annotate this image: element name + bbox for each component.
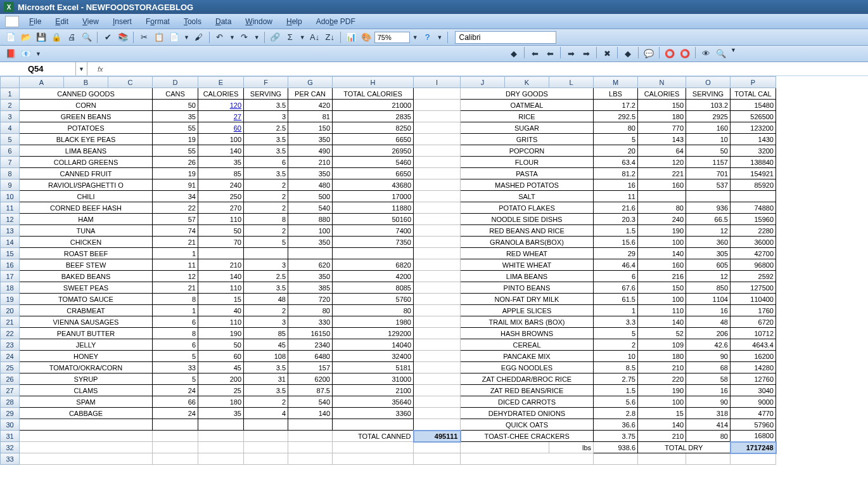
cell[interactable]: 150 [638,282,686,294]
cell[interactable]: 35 [198,157,244,168]
open-icon[interactable]: 📂 [19,30,33,44]
cell[interactable]: 140 [638,248,686,259]
row-header[interactable]: 26 [1,373,20,385]
row-header[interactable]: 7 [1,157,20,168]
remove-arrows-icon[interactable]: ✖ [600,47,614,61]
cell[interactable]: RED WHEAT [461,248,594,259]
cell[interactable]: 16 [594,179,638,191]
col-header[interactable]: M [594,77,638,88]
cell[interactable] [414,168,461,179]
permission-icon[interactable]: 🔒 [49,30,63,44]
cell[interactable]: 350 [288,168,333,179]
cell[interactable]: 3 [244,316,288,328]
cell[interactable]: ROAST BEEF [20,248,153,259]
row-header[interactable]: 9 [1,179,20,191]
cell[interactable]: CANNED FRUIT [20,168,153,179]
cell[interactable]: CALORIES [638,88,686,100]
trace-precedents-icon[interactable]: ⬅ [528,47,542,61]
cell[interactable]: LIMA BEANS [461,271,594,282]
cell[interactable] [20,453,153,465]
cell[interactable]: 720 [288,294,333,305]
cell[interactable]: 12 [153,271,198,282]
chart-wizard-icon[interactable]: 📊 [344,30,358,44]
menu-help[interactable]: Help [280,16,309,27]
cell[interactable] [414,294,461,305]
cell[interactable] [414,111,461,122]
cell[interactable] [333,442,414,453]
cell[interactable]: 3.3 [594,316,638,328]
cell[interactable]: 25 [198,385,244,396]
row-header[interactable]: 18 [1,282,20,294]
cell[interactable]: TUNA [20,225,153,237]
cell[interactable]: QUICK OATS [461,419,594,431]
cell[interactable] [638,191,686,202]
cell[interactable]: 8 [153,328,198,339]
cell[interactable]: 605 [686,259,731,271]
cell[interactable]: 850 [686,282,731,294]
cell[interactable]: 34 [153,191,198,202]
sum-drop-icon[interactable]: ▼ [298,34,307,41]
cell[interactable]: 6 [244,157,288,168]
cell[interactable]: 3 [244,111,288,122]
cell[interactable]: 495111 [414,431,461,442]
cell[interactable]: 2 [244,179,288,191]
cell[interactable] [244,248,288,259]
row-header[interactable]: 13 [1,225,20,237]
cell[interactable]: CRABMEAT [20,305,153,316]
cell[interactable]: 160 [686,122,731,134]
cell[interactable]: 9000 [731,396,776,408]
cell[interactable] [414,179,461,191]
cell[interactable]: 100 [198,134,244,145]
cell[interactable]: 46.4 [594,259,638,271]
cell[interactable]: 6200 [288,373,333,385]
cell[interactable]: 180 [198,396,244,408]
zoom-input[interactable]: 75% [374,32,410,43]
cell[interactable]: 110 [198,214,244,225]
row-header[interactable]: 17 [1,271,20,282]
cell[interactable]: CHILI [20,191,153,202]
cell[interactable]: 190 [638,385,686,396]
row-header[interactable]: 16 [1,259,20,271]
trace-error-icon[interactable]: ◆ [621,47,635,61]
spelling-icon[interactable]: ✔ [101,30,115,44]
cell[interactable]: 26950 [333,145,414,157]
cell[interactable] [414,271,461,282]
cell[interactable]: 21.6 [594,202,638,214]
cell[interactable]: DICED CARROTS [461,396,594,408]
cell[interactable]: 19 [153,168,198,179]
cell[interactable]: 85 [198,168,244,179]
row-header[interactable]: 29 [1,408,20,419]
cell[interactable]: 2.5 [244,271,288,282]
cell[interactable]: TOTAL DRY [638,442,731,453]
cell[interactable]: RICE [461,111,594,122]
cell[interactable]: 110 [638,305,686,316]
cell[interactable] [414,225,461,237]
cell[interactable]: 15960 [731,214,776,225]
cell[interactable]: FLOUR [461,157,594,168]
row-header[interactable]: 31 [1,431,20,442]
cell[interactable]: 490 [288,145,333,157]
cell[interactable]: 57 [153,214,198,225]
row-header[interactable]: 20 [1,305,20,316]
cell[interactable]: 540 [288,396,333,408]
cell[interactable]: 140 [288,408,333,419]
cell[interactable]: 1.5 [594,225,638,237]
cell[interactable]: 42.6 [686,339,731,351]
cell[interactable]: 938.6 [594,442,638,453]
cell[interactable]: 14040 [333,339,414,351]
cell[interactable]: 150 [638,100,686,111]
cell[interactable] [414,362,461,373]
cell[interactable] [153,453,198,465]
cell[interactable] [198,419,244,431]
cell[interactable]: 110 [198,282,244,294]
cell[interactable]: 12 [686,225,731,237]
cell[interactable] [414,453,461,465]
cell[interactable]: POPCORN [461,145,594,157]
cell[interactable] [731,191,776,202]
cell[interactable]: PASTA [461,168,594,179]
cell[interactable]: 8085 [333,282,414,294]
cell[interactable] [414,202,461,214]
cell[interactable]: 180 [638,111,686,122]
cell[interactable]: 31000 [333,373,414,385]
clear-circles-icon[interactable]: ⭕ [678,47,692,61]
